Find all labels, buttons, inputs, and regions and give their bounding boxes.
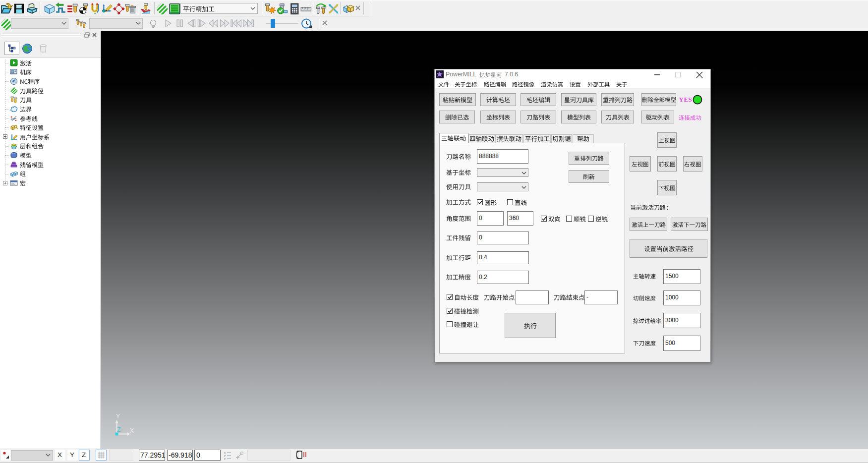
svg-text:X: X <box>130 427 134 434</box>
svg-text:Y: Y <box>116 413 120 420</box>
svg-text:z: z <box>224 457 226 460</box>
svg-text:Z: Z <box>117 426 120 433</box>
